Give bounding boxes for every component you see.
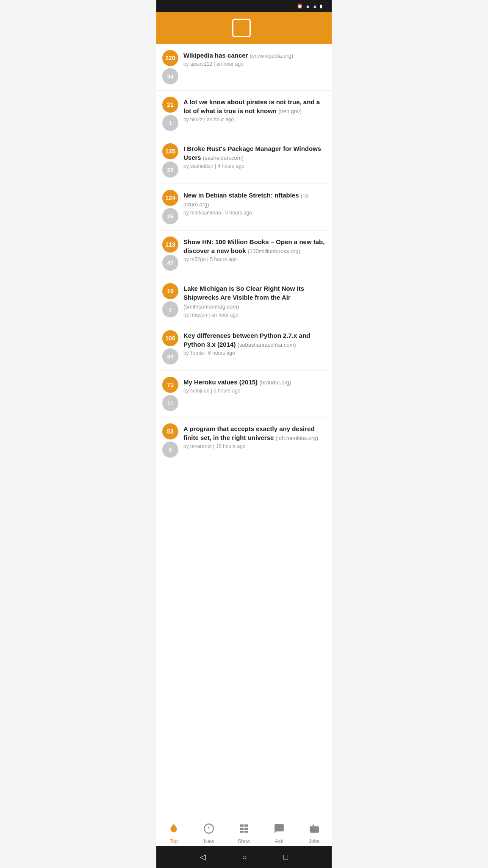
news-domain: (brandur.org) bbox=[259, 379, 291, 386]
back-button[interactable]: ◁ bbox=[200, 852, 206, 862]
news-domain: (neh.gov) bbox=[278, 108, 302, 114]
jobs-icon bbox=[309, 823, 320, 837]
nav-item-new[interactable]: New bbox=[191, 823, 227, 844]
news-domain: (sasheldon.com) bbox=[203, 155, 244, 161]
news-content: A lot we know about pirates is not true,… bbox=[183, 97, 327, 122]
comment-count: 1 bbox=[162, 115, 178, 131]
home-button[interactable]: ○ bbox=[242, 853, 247, 862]
svg-rect-9 bbox=[310, 826, 319, 832]
android-navbar: ◁ ○ □ bbox=[156, 846, 332, 868]
news-domain: (sebastianraschka.com) bbox=[238, 342, 296, 348]
vote-section: 135 29 bbox=[161, 143, 179, 178]
svg-rect-8 bbox=[244, 831, 248, 832]
comment-count: 69 bbox=[162, 348, 178, 364]
news-content: Key differences between Python 2.7.x and… bbox=[183, 330, 327, 356]
news-domain: (en.wikipedia.org) bbox=[250, 53, 294, 59]
comment-count: 0 bbox=[162, 442, 178, 458]
news-domain: (100millionbooks.org) bbox=[248, 248, 300, 254]
vote-score: 220 bbox=[162, 50, 178, 66]
vote-score: 106 bbox=[162, 330, 178, 346]
top-icon bbox=[168, 823, 179, 837]
list-item[interactable]: 71 11 My Heroku values (2015) (brandur.o… bbox=[156, 371, 332, 417]
comment-count: 2 bbox=[162, 301, 178, 317]
new-icon bbox=[203, 823, 214, 837]
svg-rect-6 bbox=[244, 827, 248, 829]
news-meta: by marksamman | 5 hours ago bbox=[183, 210, 327, 216]
recent-button[interactable]: □ bbox=[283, 853, 288, 862]
news-title: Key differences between Python 2.7.x and… bbox=[183, 331, 327, 349]
signal-icon: ▲ bbox=[313, 3, 317, 8]
list-item[interactable]: 53 0 A program that accepts exactly any … bbox=[156, 417, 332, 464]
news-list: 220 94 Wikipedia has cancer (en.wikipedi… bbox=[156, 44, 332, 819]
news-title: New in Debian stable Stretch: nftables (… bbox=[183, 191, 327, 209]
nav-item-jobs[interactable]: Jobs bbox=[297, 823, 332, 844]
comment-count: 36 bbox=[162, 208, 178, 224]
status-bar: ⏰ ▲ ▲ ▮ bbox=[156, 0, 332, 12]
bottom-nav: Top New Show Ask Jobs bbox=[156, 819, 332, 846]
news-content: Show HN: 100 Million Books – Open a new … bbox=[183, 236, 327, 262]
battery-icon: ▮ bbox=[320, 3, 322, 9]
list-item[interactable]: 10 2 Lake Michigan Is So Clear Right Now… bbox=[156, 277, 332, 324]
vote-section: 106 69 bbox=[161, 330, 179, 364]
news-title: I Broke Rust's Package Manager for Windo… bbox=[183, 144, 327, 162]
vote-score: 124 bbox=[162, 190, 178, 206]
comment-count: 29 bbox=[162, 161, 178, 178]
news-meta: by apsec112 | an hour ago bbox=[183, 61, 327, 67]
news-domain: (jdh.hamkins.org) bbox=[276, 435, 318, 441]
news-meta: by sotojuan | 5 hours ago bbox=[183, 388, 327, 394]
list-item[interactable]: 21 1 A lot we know about pirates is not … bbox=[156, 91, 332, 137]
comment-count: 11 bbox=[162, 395, 178, 411]
news-meta: by sasheldon | 4 hours ago bbox=[183, 163, 327, 169]
svg-rect-4 bbox=[244, 824, 248, 826]
news-content: A program that accepts exactly any desir… bbox=[183, 423, 327, 449]
vote-score: 71 bbox=[162, 377, 178, 393]
app-logo bbox=[232, 19, 251, 37]
news-title: A program that accepts exactly any desir… bbox=[183, 424, 327, 442]
news-meta: by nkurz | an hour ago bbox=[183, 117, 327, 122]
wifi-icon: ▲ bbox=[305, 3, 310, 8]
nav-label-top: Top bbox=[170, 838, 178, 844]
news-meta: by omaranto | 16 hours ago bbox=[183, 443, 327, 449]
nav-label-ask: Ask bbox=[275, 838, 283, 844]
news-meta: by rmason | an hour ago bbox=[183, 312, 327, 318]
news-title: Wikipedia has cancer (en.wikipedia.org) bbox=[183, 51, 327, 60]
news-content: Wikipedia has cancer (en.wikipedia.org) … bbox=[183, 50, 327, 67]
news-title: Lake Michigan Is So Clear Right Now Its … bbox=[183, 284, 327, 311]
news-content: New in Debian stable Stretch: nftables (… bbox=[183, 190, 327, 216]
news-content: Lake Michigan Is So Clear Right Now Its … bbox=[183, 283, 327, 318]
app-header bbox=[156, 12, 332, 44]
vote-score: 113 bbox=[162, 236, 178, 253]
vote-score: 135 bbox=[162, 143, 178, 159]
vote-section: 71 11 bbox=[161, 377, 179, 411]
vote-score: 10 bbox=[162, 283, 178, 299]
news-title: My Heroku values (2015) (brandur.org) bbox=[183, 378, 327, 387]
news-title: A lot we know about pirates is not true,… bbox=[183, 97, 327, 115]
nav-item-show[interactable]: Show bbox=[227, 823, 262, 844]
vote-section: 10 2 bbox=[161, 283, 179, 317]
vote-section: 124 36 bbox=[161, 190, 179, 224]
news-meta: by Tomte | 6 hours ago bbox=[183, 350, 327, 356]
news-domain: (smithsonianmag.com) bbox=[183, 303, 239, 310]
nav-label-new: New bbox=[204, 838, 214, 844]
list-item[interactable]: 124 36 New in Debian stable Stretch: nft… bbox=[156, 184, 332, 231]
vote-section: 113 47 bbox=[161, 236, 179, 271]
svg-rect-7 bbox=[240, 831, 244, 832]
vote-section: 220 94 bbox=[161, 50, 179, 84]
list-item[interactable]: 220 94 Wikipedia has cancer (en.wikipedi… bbox=[156, 44, 332, 91]
ask-icon bbox=[274, 823, 285, 837]
list-item[interactable]: 113 47 Show HN: 100 Million Books – Open… bbox=[156, 231, 332, 277]
nav-item-ask[interactable]: Ask bbox=[261, 823, 297, 844]
comment-count: 47 bbox=[162, 255, 178, 271]
news-content: I Broke Rust's Package Manager for Windo… bbox=[183, 143, 327, 169]
alarm-icon: ⏰ bbox=[297, 3, 303, 9]
svg-rect-5 bbox=[240, 827, 244, 829]
comment-count: 94 bbox=[162, 68, 178, 84]
list-item[interactable]: 106 69 Key differences between Python 2.… bbox=[156, 324, 332, 371]
nav-item-top[interactable]: Top bbox=[156, 823, 191, 844]
svg-rect-3 bbox=[240, 824, 244, 826]
list-item[interactable]: 135 29 I Broke Rust's Package Manager fo… bbox=[156, 137, 332, 184]
vote-score: 21 bbox=[162, 97, 178, 113]
nav-label-show: Show bbox=[238, 838, 250, 844]
vote-score: 53 bbox=[162, 423, 178, 440]
news-domain: (ral-arturo.org) bbox=[183, 192, 311, 208]
